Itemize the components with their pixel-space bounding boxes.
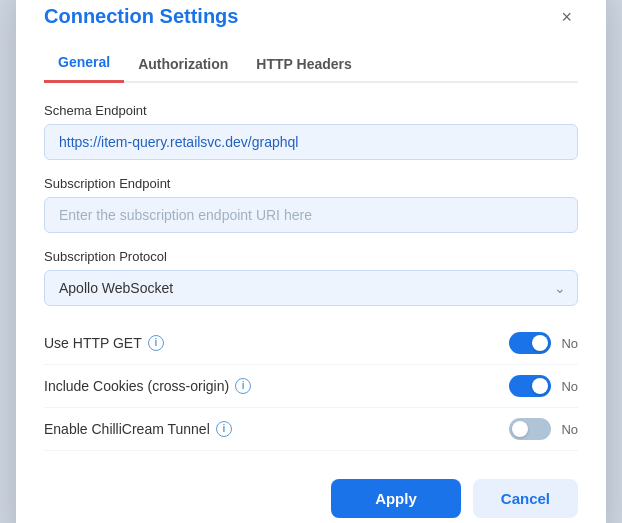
use-http-get-row: Use HTTP GET i No bbox=[44, 322, 578, 365]
schema-endpoint-label: Schema Endpoint bbox=[44, 103, 578, 118]
use-http-get-info-icon[interactable]: i bbox=[148, 335, 164, 351]
dialog-title: Connection Settings bbox=[44, 5, 238, 28]
subscription-protocol-select-wrapper: Apollo WebSocket GraphQL-WS SSE ⌄ bbox=[44, 270, 578, 306]
subscription-endpoint-group: Subscription Endpoint bbox=[44, 176, 578, 233]
schema-endpoint-input[interactable] bbox=[44, 124, 578, 160]
tab-authorization[interactable]: Authorization bbox=[124, 46, 242, 83]
subscription-protocol-label: Subscription Protocol bbox=[44, 249, 578, 264]
subscription-protocol-group: Subscription Protocol Apollo WebSocket G… bbox=[44, 249, 578, 306]
cancel-button[interactable]: Cancel bbox=[473, 479, 578, 518]
enable-chillicream-toggle[interactable] bbox=[509, 418, 551, 440]
include-cookies-row: Include Cookies (cross-origin) i No bbox=[44, 365, 578, 408]
apply-button[interactable]: Apply bbox=[331, 479, 461, 518]
enable-chillicream-no-label: No bbox=[561, 422, 578, 437]
dialog-footer: Apply Cancel bbox=[44, 479, 578, 518]
use-http-get-label: Use HTTP GET bbox=[44, 335, 142, 351]
enable-chillicream-row: Enable ChilliCream Tunnel i No bbox=[44, 408, 578, 451]
connection-settings-dialog: Connection Settings × General Authorizat… bbox=[16, 0, 606, 523]
include-cookies-label: Include Cookies (cross-origin) bbox=[44, 378, 229, 394]
subscription-endpoint-label: Subscription Endpoint bbox=[44, 176, 578, 191]
enable-chillicream-info-icon[interactable]: i bbox=[216, 421, 232, 437]
include-cookies-no-label: No bbox=[561, 379, 578, 394]
include-cookies-toggle[interactable] bbox=[509, 375, 551, 397]
subscription-endpoint-input[interactable] bbox=[44, 197, 578, 233]
tab-general[interactable]: General bbox=[44, 46, 124, 83]
use-http-get-no-label: No bbox=[561, 336, 578, 351]
tabs-bar: General Authorization HTTP Headers bbox=[44, 44, 578, 83]
schema-endpoint-group: Schema Endpoint bbox=[44, 103, 578, 160]
subscription-protocol-select[interactable]: Apollo WebSocket GraphQL-WS SSE bbox=[44, 270, 578, 306]
tab-http-headers[interactable]: HTTP Headers bbox=[242, 46, 365, 83]
use-http-get-toggle[interactable] bbox=[509, 332, 551, 354]
enable-chillicream-label: Enable ChilliCream Tunnel bbox=[44, 421, 210, 437]
close-button[interactable]: × bbox=[555, 6, 578, 28]
include-cookies-info-icon[interactable]: i bbox=[235, 378, 251, 394]
dialog-header: Connection Settings × bbox=[44, 5, 578, 28]
